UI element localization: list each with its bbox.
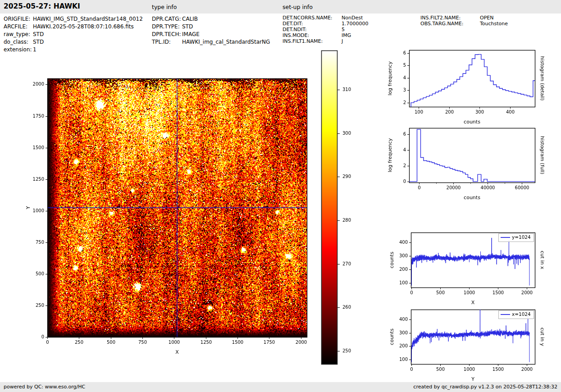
info-label: ARCFILE: — [4, 23, 33, 31]
info-value: CALIB — [182, 15, 198, 23]
type-info-block: DPR.CATG:CALIBDPR.TYPE:STDDPR.TECH:IMAGE… — [152, 15, 270, 46]
info-row: DET.NCORRS.NAME:NonDest — [283, 15, 369, 21]
info-label: DET.DIT: — [283, 21, 342, 27]
info-row: INS.FILT1.NAME:J — [283, 38, 369, 44]
info-value: HAWKI.2025-05-28T08:07:10.686.fits — [33, 23, 134, 31]
info-row: DPR.TYPE:STD — [152, 23, 270, 31]
info-value: STD — [33, 31, 44, 38]
setup-info-col1: DET.NCORRS.NAME:NonDestDET.DIT:1.7000000… — [283, 15, 369, 44]
type-info-title: type info — [152, 4, 177, 10]
detector-image-plot — [18, 45, 374, 374]
info-label: DPR.TYPE: — [152, 23, 182, 31]
info-value: 1.7000000 — [342, 21, 369, 27]
info-label: INS.MODE: — [283, 32, 342, 38]
header-bar: 2025-05-27: HAWKI type info set-up info — [0, 0, 561, 14]
info-value: STD — [182, 23, 193, 31]
info-row: OBS.TARG.NAME:Touchstone — [420, 21, 508, 27]
info-row: DPR.CATG:CALIB — [152, 15, 270, 23]
info-row: INS.MODE:IMG — [283, 32, 369, 38]
cut-in-y-plot — [383, 302, 561, 388]
page-title: 2025-05-27: HAWKI — [4, 2, 80, 10]
info-label: raw_type: — [4, 31, 33, 38]
footer-powered-by: powered by QC: www.eso.org/HC — [4, 382, 85, 392]
histogram-detail-plot — [383, 43, 561, 128]
info-row: ARCFILE:HAWKI.2025-05-28T08:07:10.686.fi… — [4, 23, 143, 31]
info-value: HAWKI_IMG_STD_StandardStar148_0012 — [33, 15, 143, 23]
footer-bar: powered by QC: www.eso.org/HC created by… — [0, 382, 561, 392]
info-label: DET.NDIT: — [283, 27, 342, 32]
setup-info-col2: INS.FILT2.NAME:OPENOBS.TARG.NAME:Touchst… — [420, 15, 508, 27]
footer-created-by: created by qc_rawdisp.py v1.2.3 on 2025-… — [413, 382, 557, 392]
info-row: ORIGFILE:HAWKI_IMG_STD_StandardStar148_0… — [4, 15, 143, 23]
info-row: raw_type:STD — [4, 31, 143, 38]
info-label: DPR.TECH: — [152, 31, 182, 38]
info-label: INS.FILT1.NAME: — [283, 38, 342, 44]
info-row: DPR.TECH:IMAGE — [152, 31, 270, 38]
setup-info-title: set-up info — [283, 4, 313, 10]
info-value: IMG — [342, 32, 351, 38]
info-row: DET.DIT:1.7000000 — [283, 21, 369, 27]
info-value: J — [342, 38, 343, 44]
info-value: IMAGE — [182, 31, 200, 38]
info-label: INS.FILT2.NAME: — [420, 15, 480, 21]
cut-in-x-plot — [383, 225, 561, 311]
info-row: INS.FILT2.NAME:OPEN — [420, 15, 508, 21]
info-row: DET.NDIT:5 — [283, 27, 369, 32]
histogram-full-plot — [383, 121, 561, 206]
info-label: OBS.TARG.NAME: — [420, 21, 480, 27]
info-label: ORIGFILE: — [4, 15, 33, 23]
info-value: OPEN — [480, 15, 493, 21]
info-value: NonDest — [342, 15, 363, 21]
info-label: DET.NCORRS.NAME: — [283, 15, 342, 21]
info-value: 5 — [342, 27, 345, 32]
info-label: DPR.CATG: — [152, 15, 182, 23]
info-value: Touchstone — [480, 21, 508, 27]
